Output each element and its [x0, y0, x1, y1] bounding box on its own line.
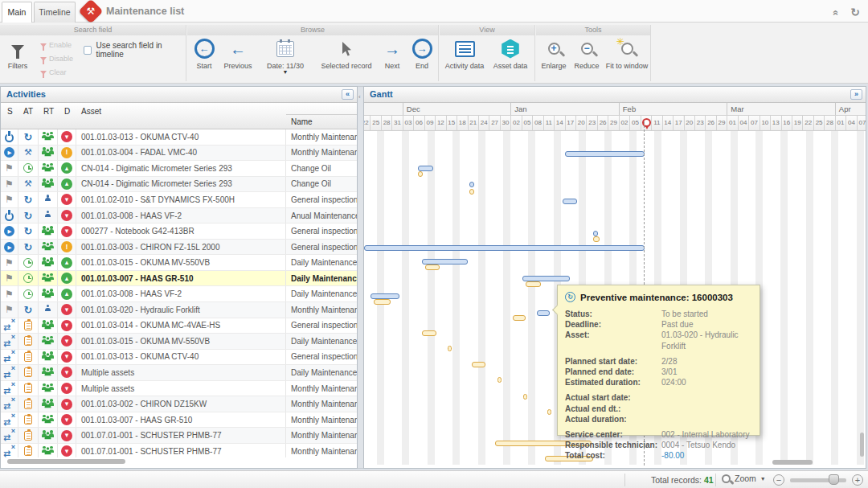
table-row[interactable]: ↻▾001.01.03-008 - HAAS VF-2Anual Mainten… — [1, 208, 357, 224]
gantt-bar[interactable] — [565, 151, 645, 157]
gantt-bar[interactable] — [563, 199, 577, 204]
tooltip-field-label: Actual end dt.: — [565, 404, 661, 414]
gantt-bar[interactable] — [523, 394, 527, 400]
gantt-bar[interactable] — [469, 189, 474, 195]
checkbox-box[interactable] — [84, 46, 92, 55]
col-header-d[interactable]: D — [64, 107, 70, 116]
gantt-bar[interactable] — [374, 299, 391, 305]
gantt-horizontal-scrollbar[interactable] — [772, 460, 813, 465]
gantt-bar[interactable] — [418, 166, 433, 171]
gantt-bar[interactable] — [513, 315, 526, 321]
gantt-bar[interactable] — [371, 293, 399, 299]
col-header-s[interactable]: S — [7, 107, 13, 116]
gantt-bar[interactable] — [526, 281, 541, 287]
panel-splitter[interactable]: ‹ — [358, 86, 363, 469]
activity-data-button[interactable]: Activity data — [441, 38, 488, 70]
next-button[interactable]: → Next — [377, 38, 407, 70]
zoom-in-button[interactable]: + — [852, 474, 863, 486]
refresh-icon[interactable]: ↻ — [850, 6, 860, 18]
tooltip-field-label: Planned end date: — [565, 367, 661, 377]
table-row[interactable]: ▶↻!001.01.03-003 - CHIRON FZ-15L 2000Gen… — [1, 240, 357, 256]
clipboard-icon — [24, 367, 32, 377]
team-icon — [42, 431, 55, 441]
table-row[interactable]: ⇄×▾001.07.01-001 - SCHUSTER PHMB-77Month… — [1, 428, 357, 444]
tab-timeline[interactable]: Timeline — [34, 2, 76, 23]
zoom-out-button[interactable]: − — [773, 474, 784, 486]
asset-data-button[interactable]: Asset data — [488, 38, 533, 70]
col-header-rt[interactable]: RT — [43, 107, 54, 116]
table-row[interactable]: ⇄×▾001.01.03-007 - HAAS GR-510Monthly Ma… — [1, 412, 357, 429]
gantt-bar[interactable] — [537, 310, 550, 316]
table-row[interactable]: ⚑▴CN-014 - Digimatic Micrometer Series 2… — [1, 161, 357, 177]
collapse-ribbon-icon[interactable]: » — [829, 10, 841, 16]
gantt-bar[interactable] — [593, 231, 598, 236]
gantt-day-cell: 14 — [662, 116, 673, 131]
gantt-bar[interactable] — [425, 265, 440, 270]
end-button[interactable]: → End — [407, 38, 436, 70]
zoom-menu[interactable]: Zoom ▼ — [722, 474, 766, 483]
gantt-bar[interactable] — [422, 259, 468, 265]
tooltip-field-label: Actual duration: — [565, 414, 661, 424]
gantt-bar[interactable] — [469, 182, 474, 187]
selected-record-button[interactable]: Selected record — [317, 38, 375, 70]
gantt-bar[interactable] — [472, 362, 485, 367]
col-header-name[interactable]: Name — [291, 117, 313, 126]
gantt-vertical-scrollbar[interactable] — [860, 433, 864, 457]
table-row[interactable]: ⇄×▾001.01.03-002 - CHIRON DZ15KWMonthly … — [1, 396, 357, 412]
gantt-month-label: Apr — [835, 103, 866, 116]
use-search-field-checkbox[interactable]: Use search field in timeline — [84, 41, 186, 59]
flag-icon: ⚑ — [5, 178, 14, 190]
table-row[interactable]: ⇄×▾001.07.01-001 - SCHUSTER PHMB-77Month… — [1, 444, 357, 457]
reduce-button[interactable]: − Reduce — [570, 38, 604, 70]
start-button[interactable]: ← Start — [190, 38, 219, 70]
horizontal-scrollbar[interactable] — [7, 459, 125, 464]
table-row[interactable]: ⇄×▾Multiple assetsMonthly Maintenance — [1, 381, 357, 397]
fit-to-window-button[interactable]: ✳ Fit to window — [604, 38, 650, 70]
previous-button[interactable]: ← Previous — [219, 38, 257, 70]
team-icon — [42, 289, 55, 299]
gantt-bar[interactable] — [448, 346, 452, 351]
filters-button[interactable]: Filters — [2, 38, 33, 70]
enlarge-button[interactable]: + Enlarge — [536, 38, 571, 70]
table-row[interactable]: ⚑↻▾001.01.02-010 - S&T DYNAMICS FX-500HG… — [1, 192, 357, 208]
gantt-day-cell: 14 — [554, 116, 564, 131]
table-row[interactable]: ⚑▴001.01.03-015 - OKUMA MV-550VBDaily Ma… — [1, 255, 357, 271]
table-row[interactable]: ▶↻▾000277 - Notebook G42-413BRGeneral in… — [1, 223, 357, 240]
table-row[interactable]: ⚑↻▾001.01.03-020 - Hydraulic ForkliftMon… — [1, 302, 357, 318]
reschedule-icon: ⇄× — [3, 415, 15, 425]
asset-cell: 001.01.03-020 - Hydraulic Forklift — [76, 302, 286, 318]
name-cell: Daily Maintenance — [286, 255, 357, 270]
ribbon-group-search-field: Search field Filters Enable Disable Clea… — [0, 25, 186, 81]
gantt-bar[interactable] — [593, 236, 600, 242]
gantt-bar[interactable] — [422, 330, 436, 336]
ribbon-group-tools: Tools + Enlarge − Reduce ✳ Fit to window — [536, 25, 651, 81]
table-row[interactable]: ↻▾001.01.03-013 - OKUMA CTV-40Monthly Ma… — [1, 129, 357, 146]
table-row[interactable]: ⚑▴001.01.03-008 - HAAS VF-2Daily Mainten… — [1, 286, 357, 302]
splitter-handle-icon[interactable]: ‹ — [358, 93, 361, 100]
gantt-bar[interactable] — [547, 409, 551, 415]
collapse-panel-button[interactable]: « — [342, 89, 354, 100]
gantt-bar[interactable] — [364, 245, 645, 251]
gantt-bar[interactable] — [522, 276, 570, 281]
table-row[interactable]: ⚑⚒▴CN-014 - Digimatic Micrometer Series … — [1, 177, 357, 193]
tooltip-field-value: 3/01 — [661, 367, 677, 377]
preventive-icon: ↻ — [24, 241, 33, 253]
table-row[interactable]: ⇄×▾001.01.03-013 - OKUMA CTV-40General i… — [1, 350, 357, 366]
reschedule-icon: ⇄× — [3, 399, 15, 409]
col-header-asset[interactable]: Asset — [81, 107, 101, 116]
table-row[interactable]: ⇄×▾001.01.03-015 - OKUMA MV-550VBDaily M… — [1, 334, 357, 350]
date-button[interactable]: Date: 11/30 ▼ — [260, 38, 311, 75]
zoom-slider-thumb[interactable] — [829, 474, 839, 485]
gantt-bar[interactable] — [497, 377, 502, 383]
table-row[interactable]: ▶⚒!001.01.03-004 - FADAL VMC-40Monthly M… — [1, 146, 357, 162]
table-row[interactable]: ⇄×▾Multiple assetsDaily Maintenance — [1, 365, 357, 381]
maintenance-tooltip: ↻ Preventive maintenance: 16000303 Statu… — [557, 285, 760, 436]
table-row[interactable]: ⇄×▾001.01.03-014 - OKUMA MC-4VAE-HSGener… — [1, 318, 357, 334]
table-row[interactable]: ⚑▴001.01.03-007 - HAAS GR-510Daily Maint… — [1, 271, 357, 287]
expand-panel-button[interactable]: » — [850, 89, 862, 100]
gantt-bar[interactable] — [418, 171, 423, 177]
tab-main[interactable]: Main — [2, 2, 32, 23]
zoom-icon — [722, 474, 731, 483]
preventive-icon: ↻ — [24, 225, 33, 237]
col-header-at[interactable]: AT — [23, 107, 33, 116]
